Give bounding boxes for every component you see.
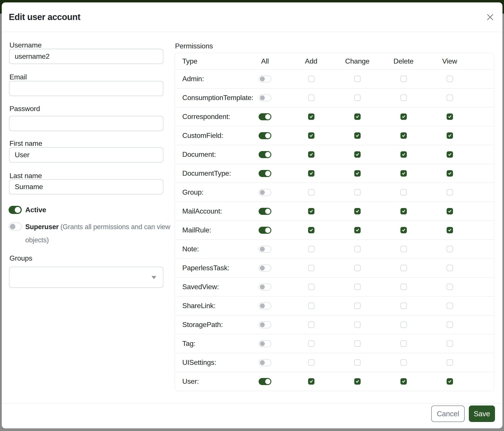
storagepath-change-checkbox[interactable] [354,322,361,328]
paperlesstask-change-checkbox[interactable] [354,265,361,271]
customfield-delete-checkbox[interactable] [400,132,407,139]
note-add-checkbox[interactable] [308,246,315,252]
tag-delete-checkbox[interactable] [400,341,407,347]
group-add-checkbox[interactable] [308,189,315,196]
storagepath-all-toggle[interactable] [259,321,271,328]
consumptiontemplate-view-checkbox[interactable] [447,95,453,101]
superuser-toggle[interactable] [9,223,22,231]
user-view-checkbox[interactable] [447,378,453,385]
document-all-toggle[interactable] [259,151,271,158]
mailrule-change-checkbox[interactable] [354,227,361,233]
paperlesstask-add-checkbox[interactable] [308,265,315,271]
check-icon [448,153,452,157]
sharelink-view-checkbox[interactable] [447,303,453,309]
mailaccount-view-checkbox[interactable] [447,208,453,214]
sharelink-delete-checkbox[interactable] [400,303,407,309]
savedview-delete-checkbox[interactable] [400,284,407,290]
groups-select[interactable] [9,267,163,288]
documenttype-delete-checkbox[interactable] [400,170,407,177]
tag-view-checkbox[interactable] [447,341,453,347]
uisettings-view-checkbox[interactable] [447,359,453,366]
savedview-view-checkbox[interactable] [447,284,453,290]
savedview-all-toggle[interactable] [259,283,271,290]
customfield-change-checkbox[interactable] [354,132,361,139]
sharelink-add-checkbox[interactable] [308,303,315,309]
mailaccount-add-checkbox[interactable] [308,208,315,214]
document-add-checkbox[interactable] [308,151,315,158]
paperlesstask-view-checkbox[interactable] [447,265,453,271]
group-change-checkbox[interactable] [354,189,361,196]
note-change-checkbox[interactable] [354,246,361,252]
user-change-checkbox[interactable] [354,378,361,385]
consumptiontemplate-add-checkbox[interactable] [308,95,315,101]
document-change-checkbox[interactable] [354,151,361,158]
group-view-checkbox[interactable] [447,189,453,196]
save-button[interactable]: Save [469,405,495,422]
uisettings-delete-checkbox[interactable] [400,359,407,366]
consumptiontemplate-change-checkbox[interactable] [354,95,361,101]
paperlesstask-delete-checkbox[interactable] [400,265,407,271]
uisettings-all-toggle[interactable] [259,359,271,366]
admin-change-checkbox[interactable] [354,76,361,82]
documenttype-all-toggle[interactable] [259,170,271,177]
correspondent-add-checkbox[interactable] [308,114,315,120]
document-view-checkbox[interactable] [447,151,453,158]
correspondent-delete-checkbox[interactable] [400,114,407,120]
sharelink-change-checkbox[interactable] [354,303,361,309]
note-all-toggle[interactable] [259,246,271,253]
note-delete-checkbox[interactable] [400,246,407,252]
consumptiontemplate-delete-checkbox[interactable] [400,95,407,101]
savedview-add-checkbox[interactable] [308,284,315,290]
user-all-toggle[interactable] [259,378,271,385]
group-delete-checkbox[interactable] [400,189,407,196]
note-view-checkbox[interactable] [447,246,453,252]
username-input[interactable] [9,49,163,64]
admin-add-checkbox[interactable] [308,76,315,82]
mailrule-delete-checkbox[interactable] [400,227,407,233]
cancel-button[interactable]: Cancel [431,405,465,422]
permission-row-document: Document: [175,145,494,164]
correspondent-all-toggle[interactable] [259,113,271,120]
user-delete-checkbox[interactable] [400,378,407,385]
admin-view-checkbox[interactable] [447,76,453,82]
documenttype-add-checkbox[interactable] [308,170,315,177]
password-input[interactable] [9,116,163,131]
mailaccount-change-checkbox[interactable] [354,208,361,214]
paperlesstask-all-toggle[interactable] [259,265,271,272]
mailaccount-delete-checkbox[interactable] [400,208,407,214]
group-all-toggle[interactable] [259,189,271,196]
mailrule-add-checkbox[interactable] [308,227,315,233]
uisettings-add-checkbox[interactable] [308,359,315,366]
customfield-add-checkbox[interactable] [308,132,315,139]
correspondent-view-checkbox[interactable] [447,114,453,120]
storagepath-view-checkbox[interactable] [447,322,453,328]
tag-change-checkbox[interactable] [354,341,361,347]
first-name-input[interactable] [9,147,163,162]
admin-all-toggle[interactable] [259,75,271,82]
consumptiontemplate-all-toggle[interactable] [259,94,271,101]
close-button[interactable] [485,12,495,22]
mailrule-view-checkbox[interactable] [447,227,453,233]
uisettings-change-checkbox[interactable] [354,359,361,366]
storagepath-delete-checkbox[interactable] [400,322,407,328]
correspondent-change-checkbox[interactable] [354,114,361,120]
customfield-all-toggle[interactable] [259,132,271,139]
active-toggle[interactable] [9,206,22,214]
permission-type-label: SavedView: [175,283,242,291]
documenttype-change-checkbox[interactable] [354,170,361,177]
document-delete-checkbox[interactable] [400,151,407,158]
user-add-checkbox[interactable] [308,378,315,385]
admin-delete-checkbox[interactable] [400,76,407,82]
storagepath-add-checkbox[interactable] [308,322,315,328]
customfield-view-checkbox[interactable] [447,132,453,139]
delete-checkbox-cell [400,170,407,177]
last-name-input[interactable] [9,179,163,194]
documenttype-view-checkbox[interactable] [447,170,453,177]
email-input[interactable] [9,81,163,96]
mailaccount-all-toggle[interactable] [259,208,271,215]
sharelink-all-toggle[interactable] [259,302,271,309]
savedview-change-checkbox[interactable] [354,284,361,290]
tag-all-toggle[interactable] [259,340,271,347]
tag-add-checkbox[interactable] [308,341,315,347]
mailrule-all-toggle[interactable] [259,227,271,234]
